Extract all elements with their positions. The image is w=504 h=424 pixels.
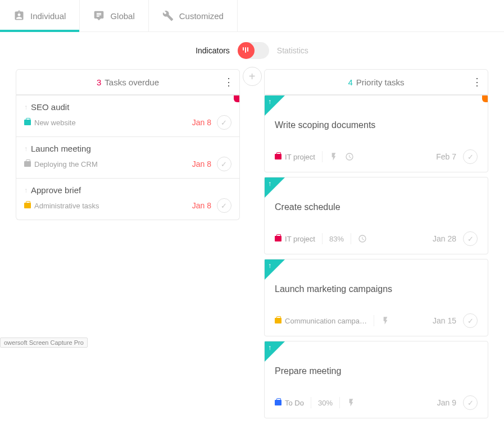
- task-title: Create schedule: [275, 202, 478, 212]
- divider: [339, 397, 340, 408]
- priority-card[interactable]: Prepare meetingTo Do30%Jan 9: [264, 341, 488, 418]
- task-date: Jan 8: [192, 201, 211, 210]
- tab-individual[interactable]: Individual: [0, 0, 80, 31]
- priority-count: 4: [348, 77, 352, 87]
- task-title-row: ↑Launch meeting: [24, 144, 231, 153]
- task-project: IT project: [275, 235, 315, 243]
- priority-corner-icon: [265, 259, 285, 280]
- priority-corner-icon: [265, 341, 285, 362]
- task-title: SEO audit: [31, 102, 69, 112]
- toggle-knob: [238, 42, 255, 59]
- complete-button[interactable]: [217, 157, 231, 171]
- mode-toggle[interactable]: [238, 42, 269, 59]
- toggle-label-statistics: Statistics: [277, 46, 308, 55]
- project-name: IT project: [285, 153, 315, 161]
- complete-button[interactable]: [217, 198, 231, 213]
- task-date: Jan 9: [437, 398, 456, 407]
- task-project: IT project: [275, 153, 315, 161]
- card-flag: [482, 95, 488, 102]
- card-flag: [234, 95, 239, 102]
- bolt-icon: [381, 316, 390, 325]
- task-date: Jan 8: [192, 159, 211, 168]
- priority-card[interactable]: Launch marketing campaignsCommunication …: [264, 259, 488, 336]
- briefcase-icon: [275, 154, 281, 159]
- task-project: Deploying the CRM: [24, 160, 98, 168]
- tab-global[interactable]: Global: [80, 0, 148, 31]
- task-card[interactable]: ↑Launch meetingDeploying the CRMJan 8: [16, 137, 240, 179]
- priority-corner-icon: [265, 95, 285, 116]
- add-column-button[interactable]: +: [243, 67, 262, 86]
- task-right: Jan 8: [192, 157, 231, 171]
- task-date: Jan 8: [192, 118, 211, 127]
- task-title: Launch meeting: [31, 144, 91, 153]
- project-name: Communication campa…: [285, 317, 367, 325]
- divider: [374, 315, 374, 326]
- task-card[interactable]: ↑SEO auditNew websiteJan 8: [16, 95, 240, 137]
- task-percent: 83%: [329, 235, 344, 243]
- bolt-icon: [329, 152, 338, 161]
- task-footer-left: To Do30%: [275, 397, 356, 408]
- column-priority: 4 Priority tasks Write scoping documents…: [264, 69, 488, 423]
- task-right: Jan 8: [192, 198, 231, 213]
- divider: [311, 397, 311, 408]
- divider: [322, 233, 323, 244]
- briefcase-icon: [24, 120, 31, 125]
- task-meta: New websiteJan 8: [24, 115, 231, 130]
- column-header-priority: 4 Priority tasks: [264, 69, 488, 95]
- column-header-overdue: 3 Tasks overdue: [16, 69, 240, 95]
- task-title: Approve brief: [31, 185, 81, 195]
- complete-button[interactable]: [463, 231, 478, 246]
- clock-icon: [345, 152, 354, 161]
- project-name: Administrative tasks: [34, 202, 99, 210]
- complete-button[interactable]: [217, 115, 231, 130]
- column-overdue: 3 Tasks overdue ↑SEO auditNew websiteJan…: [16, 69, 240, 423]
- task-title: Prepare meeting: [275, 366, 478, 376]
- project-name: To Do: [285, 399, 304, 407]
- task-footer-right: Feb 7: [436, 149, 478, 164]
- mode-toggle-row: Indicators Statistics: [0, 32, 504, 69]
- divider: [351, 233, 351, 244]
- tab-label: Individual: [30, 11, 66, 21]
- overdue-title: Tasks overdue: [105, 77, 159, 87]
- task-card[interactable]: ↑Approve briefAdministrative tasksJan 8: [16, 179, 240, 220]
- task-date: Jan 15: [433, 316, 456, 325]
- briefcase-icon: [275, 236, 281, 241]
- task-footer: To Do30%Jan 9: [275, 395, 478, 410]
- arrow-up-icon: ↑: [24, 145, 28, 153]
- briefcase-icon: [275, 318, 281, 323]
- complete-button[interactable]: [463, 149, 478, 164]
- person-badge-icon: [13, 10, 25, 21]
- project-name: New website: [34, 118, 76, 127]
- task-footer-right: Jan 9: [437, 395, 478, 410]
- project-name: IT project: [285, 235, 315, 243]
- task-right: Jan 8: [192, 115, 231, 130]
- priority-title: Priority tasks: [356, 77, 405, 87]
- project-name: Deploying the CRM: [34, 160, 98, 168]
- list-icon: [93, 10, 105, 21]
- toggle-label-indicators: Indicators: [196, 46, 230, 55]
- complete-button[interactable]: [463, 313, 478, 328]
- watermark: owersoft Screen Capture Pro: [0, 338, 88, 348]
- task-meta: Administrative tasksJan 8: [24, 198, 231, 213]
- divider: [322, 151, 323, 162]
- task-percent: 30%: [318, 399, 333, 407]
- briefcase-icon: [24, 161, 31, 167]
- task-project: Communication campa…: [275, 317, 367, 325]
- briefcase-icon: [24, 203, 31, 208]
- arrow-up-icon: ↑: [24, 186, 28, 194]
- task-footer-right: Jan 15: [433, 313, 478, 328]
- complete-button[interactable]: [463, 395, 478, 410]
- task-footer: IT projectFeb 7: [275, 149, 478, 164]
- task-title-row: ↑SEO audit: [24, 102, 231, 112]
- task-title: Launch marketing campaigns: [275, 284, 478, 294]
- tab-label: Customized: [179, 11, 224, 21]
- task-project: To Do: [275, 399, 304, 407]
- view-tabs: Individual Global Customized: [0, 0, 504, 32]
- task-footer-left: IT project83%: [275, 233, 367, 244]
- priority-card[interactable]: Write scoping documentsIT projectFeb 7: [264, 95, 488, 172]
- priority-card[interactable]: Create scheduleIT project83%Jan 28: [264, 177, 488, 254]
- tab-customized[interactable]: Customized: [149, 0, 238, 31]
- arrow-up-icon: ↑: [24, 103, 28, 111]
- overdue-count: 3: [97, 77, 101, 87]
- task-date: Feb 7: [436, 152, 456, 161]
